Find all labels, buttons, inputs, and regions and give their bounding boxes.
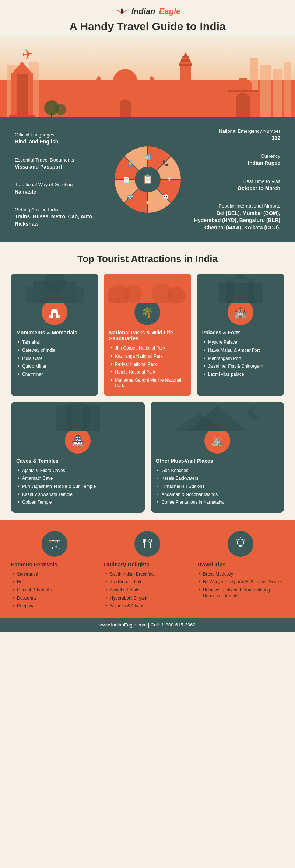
palaces-icon-wrap: 🏰 [197, 299, 284, 325]
list-item: Holi [11, 578, 98, 586]
list-item: Jaisalmer Fort & Chittorgarh [202, 362, 279, 371]
list-item: Goa Beaches [156, 467, 279, 475]
list-item: Hemis National Park [109, 368, 186, 376]
festivals-title: Famous Festivals [11, 561, 98, 567]
list-item: Dress Modestly [197, 570, 284, 579]
svg-marker-89 [57, 540, 58, 543]
svg-rect-69 [175, 299, 178, 303]
eagle-wings-icon [115, 8, 129, 15]
monuments-list: Tajmahal Gateway of India India Gate Qut… [11, 338, 98, 378]
tourist-section: Top Tourist Attractions in India [0, 242, 295, 520]
svg-text:✦: ✦ [57, 546, 60, 550]
svg-point-65 [124, 285, 142, 303]
svg-text:🔤: 🔤 [144, 154, 151, 161]
festivals-icon: ✦ ✦ ✦ [42, 531, 67, 557]
list-item: Traditional Thali [104, 578, 191, 586]
logo-indian: Indian [131, 7, 155, 16]
info-grid: Official Languages Hindi and English Ess… [15, 128, 280, 231]
info-wheel: 📋 🔤 📞 ₹ 📅 ✈ 🚌 📄 🙏 [107, 143, 188, 216]
info-right: National Emergency Number 112 Currency I… [192, 128, 281, 231]
svg-rect-61 [49, 315, 52, 318]
caves-icon: 🏯 [65, 428, 91, 454]
svg-text:📞: 📞 [162, 160, 169, 166]
list-item: Ajanta & Ellora Caves [16, 467, 140, 475]
list-item: Sankranthi [11, 570, 98, 579]
list-item: Mehrangarh Port [202, 355, 279, 363]
bottom-cards-row: 🏯 Caves & Temples Ajanta & Ellora Caves … [11, 402, 284, 513]
festivals-list: Sankranthi Holi Ganesh Chaturthi Dussehr… [11, 570, 98, 610]
parks-list: Jim Corbett National Park Kaziranga Nati… [104, 344, 191, 390]
list-item: Laxmi vilas palace [202, 371, 279, 379]
svg-point-97 [149, 539, 152, 543]
svg-rect-33 [51, 113, 52, 117]
svg-point-99 [237, 539, 244, 546]
top-cards-row: Monuments & Memorials Tajmahal Gateway o… [11, 274, 284, 396]
svg-marker-87 [52, 540, 54, 543]
wheel-svg: 📋 🔤 📞 ₹ 📅 ✈ 🚌 📄 🙏 [111, 143, 185, 216]
list-item: Hyderabadi Biryani [104, 594, 191, 603]
skyline-illustration [0, 51, 295, 117]
svg-point-84 [253, 407, 262, 416]
logo-eagle: Eagle [159, 7, 181, 16]
parks-title: National Parks & Wild Life Sanctuaries [104, 330, 191, 344]
monuments-bg [11, 274, 98, 303]
svg-marker-26 [182, 52, 189, 58]
list-item: Amarnath Cave [16, 475, 140, 483]
svg-text:📄: 📄 [123, 177, 130, 183]
svg-rect-29 [239, 78, 247, 84]
emergency: National Emergency Number 112 [192, 128, 281, 142]
palaces-card: 🏰 Palaces & Forts Mysore Palace Hawa Mah… [197, 274, 284, 396]
list-item: Ganesh Chaturthi [11, 586, 98, 594]
list-item: Hawa Mahal & Amber Fort [202, 347, 279, 355]
list-item: Himachal Hill Stations [156, 483, 279, 491]
svg-rect-68 [117, 299, 120, 303]
svg-text:✦: ✦ [51, 546, 54, 550]
list-item: Coffee Plantations in Karnataka [156, 499, 279, 507]
svg-rect-22 [179, 63, 192, 66]
famous-festivals-card: ✦ ✦ ✦ Famous Festivals Sankranthi Holi G… [11, 531, 98, 610]
svg-text:₹: ₹ [167, 177, 171, 183]
list-item: Mysore Palace [202, 338, 279, 347]
travel-tips-title: Travel Tips [197, 561, 284, 567]
list-item: Remove Footwear before entering Houses o… [197, 586, 284, 600]
list-item: Kerala Backwaters [156, 475, 279, 483]
national-parks-card: 🌴 National Parks & Wild Life Sanctuaries… [104, 274, 191, 396]
palaces-title: Palaces & Forts [197, 330, 284, 338]
travel-docs: Essential Travel Documents Vissa and Pas… [15, 157, 103, 171]
list-item: Jim Corbett National Park [109, 344, 186, 353]
info-left: Official Languages Hindi and English Ess… [15, 132, 103, 228]
parks-bg [104, 274, 191, 303]
svg-marker-88 [55, 540, 56, 543]
caves-card: 🏯 Caves & Temples Ajanta & Ellora Caves … [11, 402, 145, 513]
best-time: Best Time to Visit October to March [192, 178, 281, 192]
list-item: Andaman & Nocobar Islands [156, 491, 279, 499]
festival-cards-row: ✦ ✦ ✦ Famous Festivals Sankranthi Holi G… [11, 531, 284, 610]
logo-text: Indian Eagle [131, 7, 181, 16]
svg-rect-6 [273, 69, 282, 117]
svg-rect-76 [56, 406, 100, 431]
parks-icon-wrap: 🌴 [104, 299, 191, 325]
svg-rect-17 [96, 80, 101, 117]
list-item: Samosa & Chaat [104, 602, 191, 610]
caves-list: Ajanta & Ellora Caves Amarnath Cave Puri… [11, 467, 145, 507]
culinary-list: South Indian Breakfast Traditional Thali… [104, 570, 191, 610]
getting-around: Getting Around India Trains, Buses, Metr… [15, 206, 103, 228]
culinary-title: Culinary Delights [104, 561, 191, 567]
footer: www.IndianEagle.com | Call: 1-800-615-39… [0, 618, 295, 632]
must-visit-list: Goa Beaches Kerala Backwaters Himachal H… [151, 467, 284, 507]
svg-text:🚌: 🚌 [127, 193, 133, 199]
svg-rect-30 [228, 90, 258, 92]
svg-rect-19 [150, 80, 154, 117]
svg-rect-11 [9, 115, 35, 117]
list-item: Golden Temple [16, 499, 140, 507]
svg-text:🙏: 🙏 [127, 160, 133, 166]
svg-rect-79 [83, 406, 89, 431]
monuments-icon [42, 299, 67, 325]
currency: Currency Indian Rupee [192, 153, 281, 167]
list-item: South Indian Breakfast [104, 570, 191, 579]
svg-rect-57 [76, 287, 84, 303]
svg-rect-60 [53, 313, 56, 318]
list-item: Awadhi Kebabs [104, 586, 191, 594]
monuments-icon-wrap [11, 299, 98, 325]
caves-bg [11, 402, 145, 431]
